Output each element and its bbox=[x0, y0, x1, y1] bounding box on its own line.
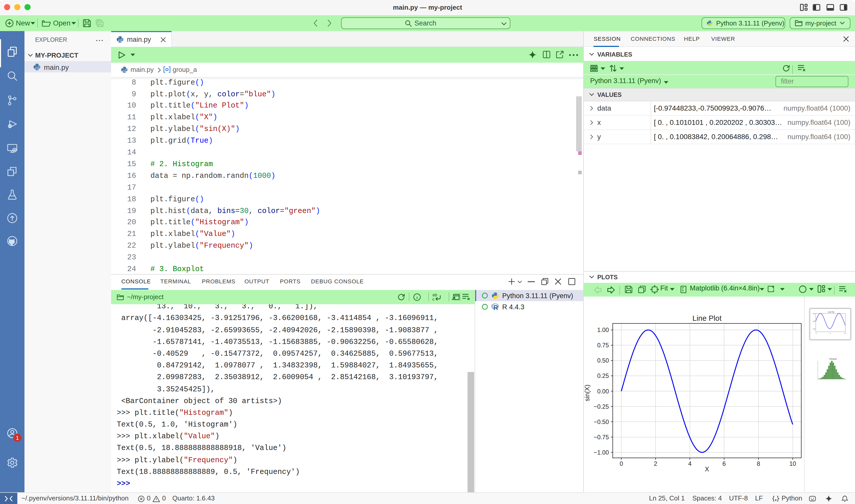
svg-text:10: 10 bbox=[789, 460, 796, 467]
svg-text:Histogram: Histogram bbox=[829, 358, 837, 360]
svg-text:0.00: 0.00 bbox=[813, 321, 815, 322]
svg-text:0.00: 0.00 bbox=[597, 388, 609, 394]
svg-text:2: 2 bbox=[654, 460, 657, 467]
svg-text:0.75: 0.75 bbox=[597, 342, 609, 348]
svg-text:0.25: 0.25 bbox=[597, 372, 609, 379]
svg-text:R: R bbox=[493, 304, 498, 310]
svg-text:−1.00: −1.00 bbox=[813, 328, 815, 330]
svg-text:1.00: 1.00 bbox=[597, 326, 609, 333]
svg-text:8: 8 bbox=[756, 460, 760, 467]
svg-text:−0.75: −0.75 bbox=[593, 434, 609, 440]
svg-text:c: c bbox=[432, 297, 435, 302]
svg-text:6: 6 bbox=[722, 460, 726, 467]
svg-text:10: 10 bbox=[844, 332, 845, 334]
svg-text:1.00: 1.00 bbox=[813, 313, 815, 314]
svg-text:0.50: 0.50 bbox=[597, 357, 609, 364]
svg-text:4: 4 bbox=[688, 460, 691, 467]
svg-text:Line Plot: Line Plot bbox=[828, 311, 834, 313]
svg-text:−0.25: −0.25 bbox=[593, 403, 609, 410]
svg-text:0: 0 bbox=[620, 460, 623, 467]
svg-text:X: X bbox=[705, 465, 709, 472]
svg-text:5: 5 bbox=[830, 332, 831, 334]
svg-text:−1.00: −1.00 bbox=[593, 449, 609, 455]
svg-text:−0.50: −0.50 bbox=[593, 418, 609, 425]
svg-text:Line Plot: Line Plot bbox=[692, 314, 721, 322]
svg-text:0: 0 bbox=[816, 332, 816, 334]
svg-text:sin(X): sin(X) bbox=[584, 384, 590, 401]
